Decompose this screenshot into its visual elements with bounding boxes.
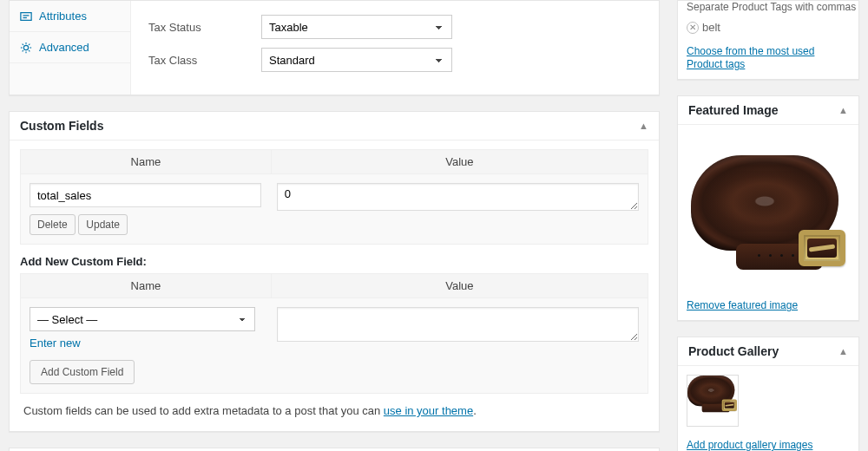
choose-tags-link[interactable]: Choose from the most used Product tags [687, 45, 814, 70]
tags-hint: Separate Product Tags with commas [678, 1, 858, 20]
tab-advanced-label: Advanced [39, 41, 89, 54]
tax-status-select[interactable]: Taxable [261, 15, 452, 39]
svg-rect-1 [23, 15, 30, 16]
tax-class-label: Tax Class [148, 54, 261, 67]
svg-line-10 [23, 50, 23, 51]
cf-add-name-header: Name [21, 274, 272, 297]
remove-tag-icon[interactable]: ✕ [687, 22, 699, 34]
cf-add-value-textarea[interactable] [277, 307, 639, 342]
tax-status-label: Tax Status [148, 21, 261, 34]
cf-value-textarea[interactable]: 0 [277, 183, 639, 211]
featured-image-title: Featured Image [688, 103, 778, 117]
attributes-icon [20, 10, 32, 23]
gallery-thumb[interactable] [687, 375, 739, 427]
toggle-gallery-icon[interactable]: ▲ [838, 346, 848, 356]
tax-class-select[interactable]: Standard [261, 48, 452, 72]
cf-delete-button[interactable]: Delete [30, 214, 76, 235]
cf-hint: Custom fields can be used to add extra m… [20, 394, 648, 421]
enter-new-link[interactable]: Enter new [30, 337, 81, 350]
tag-label: belt [702, 21, 720, 34]
svg-point-3 [23, 45, 28, 49]
toggle-featured-image-icon[interactable]: ▲ [838, 105, 848, 115]
use-in-theme-link[interactable]: use in your theme [384, 404, 473, 417]
add-new-cf-label: Add New Custom Field: [20, 245, 648, 273]
svg-line-8 [23, 43, 23, 44]
product-gallery-title: Product Gallery [688, 344, 779, 358]
tag-item: ✕ belt [687, 21, 720, 34]
cf-value-header: Value [272, 150, 648, 173]
belt-image [691, 155, 847, 268]
remove-featured-image-link[interactable]: Remove featured image [687, 299, 798, 311]
cf-name-header: Name [21, 150, 272, 173]
svg-rect-0 [21, 12, 31, 20]
add-custom-field-button[interactable]: Add Custom Field [30, 360, 135, 384]
svg-line-9 [29, 50, 30, 51]
tab-attributes-label: Attributes [39, 10, 87, 23]
svg-line-11 [29, 43, 30, 44]
tab-advanced[interactable]: Advanced [10, 32, 130, 63]
cf-add-name-select[interactable]: — Select — [30, 307, 255, 331]
tab-attributes[interactable]: Attributes [10, 1, 130, 32]
toggle-custom-fields-icon[interactable]: ▲ [639, 121, 648, 131]
custom-fields-title: Custom Fields [20, 119, 103, 133]
gear-icon [20, 42, 32, 54]
svg-rect-2 [23, 16, 27, 17]
cf-add-value-header: Value [272, 274, 648, 297]
cf-name-input[interactable] [30, 183, 261, 207]
cf-update-button[interactable]: Update [78, 214, 128, 235]
add-gallery-images-link[interactable]: Add product gallery images [687, 439, 812, 451]
featured-image-thumb[interactable] [687, 134, 852, 290]
